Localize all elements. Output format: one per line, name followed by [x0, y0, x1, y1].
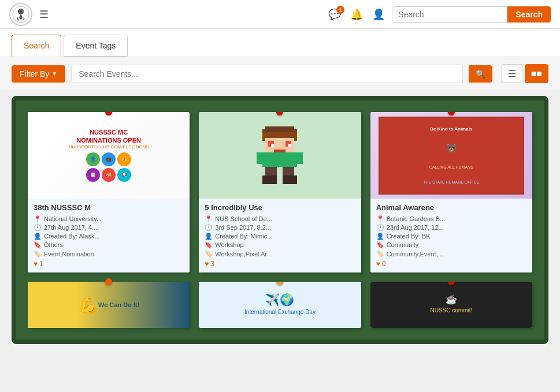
person-icon: 👤: [34, 233, 42, 240]
svg-rect-12: [257, 152, 262, 164]
location-icon: 📍: [34, 215, 42, 223]
heart-icon-3: ♥: [376, 260, 380, 268]
card-image-4: 💪 We Can Do It!: [28, 282, 190, 328]
nav-icons: 💬 1 🔔 👤: [328, 8, 385, 21]
bottom-card-1-label: We Can Do It!: [98, 301, 139, 308]
bottom-card-2-label: International Exchange Day: [242, 307, 318, 318]
view-toggle: ☰ ■■: [502, 64, 548, 83]
hamburger-icon[interactable]: ☰: [39, 8, 49, 21]
card-date-1: 🕐 27th Aug 2017, 4....: [34, 224, 184, 232]
events-board: NUSSSC MCNOMINATIONS OPEN NUSSPORTSCLUB.…: [12, 96, 548, 344]
navbar-search-input[interactable]: [392, 6, 507, 23]
svg-rect-2: [265, 126, 294, 129]
grid-view-button[interactable]: ■■: [525, 64, 548, 83]
location-icon-2: 📍: [205, 215, 213, 223]
bookmark-icon-3: 🔖: [376, 241, 384, 249]
tabs-bar: Search Event Tags: [0, 29, 560, 57]
card-tags-1: 🏷️ Event,Nomination: [34, 250, 184, 257]
card-image-6: ☕ NUSSC commit!: [370, 282, 532, 328]
search-events-input[interactable]: [71, 65, 462, 83]
card-image-5: ✈️🌍 International Exchange Day: [199, 282, 361, 328]
navbar-search-button[interactable]: Search: [507, 6, 551, 23]
card-body-3: Animal Awarene 📍 Botanic Gardens B... 🕐 …: [370, 199, 532, 272]
svg-rect-8: [271, 144, 274, 147]
messages-icon[interactable]: 💬 1: [328, 8, 341, 21]
svg-rect-16: [262, 176, 277, 184]
event-card-1[interactable]: NUSSSC MCNOMINATIONS OPEN NUSSPORTSCLUB.…: [28, 112, 190, 272]
tag-icon-3: 🏷️: [376, 250, 384, 257]
card-creator-2: 👤 Created By: Mimic...: [205, 233, 355, 240]
pixel-art: [257, 126, 303, 184]
svg-rect-10: [274, 150, 285, 152]
card-likes-1[interactable]: ♥ 1: [34, 260, 184, 268]
svg-rect-3: [262, 129, 297, 132]
event-card-6[interactable]: ☕ NUSSC commit!: [370, 282, 532, 328]
card-location-1: 📍 National University...: [34, 215, 184, 223]
site-logo[interactable]: [9, 3, 32, 26]
event-card-3[interactable]: Be Kind to Animals 🐻 CALLING ALL HUMANS …: [370, 112, 532, 272]
svg-rect-9: [288, 144, 291, 147]
card-title-1: 38th NUSSSC M: [34, 203, 184, 212]
card-title-2: 5 Incredibly Use: [205, 203, 355, 212]
card-image-3: Be Kind to Animals 🐻 CALLING ALL HUMANS …: [370, 112, 532, 199]
svg-rect-13: [297, 152, 303, 164]
notifications-icon[interactable]: 🔔: [350, 8, 363, 21]
clock-icon: 🕐: [34, 224, 42, 232]
card-likes-2[interactable]: ♥ 3: [205, 260, 355, 268]
card-creator-3: 👤 Created By: BK: [376, 233, 526, 240]
event-card-4[interactable]: 💪 We Can Do It!: [28, 282, 190, 328]
filter-by-label: Filter By: [20, 69, 49, 79]
card-tags-2: 🏷️ Workshop,Pixel Ar...: [205, 250, 355, 257]
card-creator-1: 👤 Created By: Alask...: [34, 233, 184, 240]
tab-search[interactable]: Search: [12, 35, 61, 57]
navbar-search: Search: [392, 6, 551, 23]
card-location-3: 📍 Botanic Gardens B...: [376, 215, 526, 223]
bookmark-icon-2: 🔖: [205, 241, 213, 249]
card-pin-4: [105, 278, 112, 285]
location-icon-3: 📍: [376, 215, 384, 223]
search-events-button[interactable]: 🔍: [469, 65, 492, 83]
tag-icon: 🏷️: [34, 250, 42, 257]
event-card-2[interactable]: 5 Incredibly Use 📍 NUS School of De... 🕐…: [199, 112, 361, 272]
person-icon-3: 👤: [376, 233, 384, 240]
tab-event-tags[interactable]: Event Tags: [64, 35, 128, 57]
user-icon[interactable]: 👤: [372, 8, 385, 21]
person-icon-2: 👤: [205, 233, 213, 240]
card-category-2: 🔖 Workshop: [205, 241, 355, 249]
navbar: ☰ 💬 1 🔔 👤 Search: [0, 0, 560, 29]
filter-by-button[interactable]: Filter By ▼: [12, 65, 65, 83]
card-date-3: 🕐 23rd Aug 2017, 12...: [376, 224, 526, 232]
tag-icon-2: 🏷️: [205, 250, 213, 257]
event-card-5[interactable]: ✈️🌍 International Exchange Day: [199, 282, 361, 328]
card-category-1: 🔖 Others: [34, 241, 184, 249]
card-title-3: Animal Awarene: [376, 203, 526, 212]
bottom-card-3-label: NUSSC commit!: [428, 305, 474, 316]
filter-caret-icon: ▼: [51, 70, 57, 77]
clock-icon-2: 🕐: [205, 224, 213, 232]
heart-icon-2: ♥: [205, 260, 209, 268]
filter-bar: Filter By ▼ 🔍 ☰ ■■: [0, 57, 560, 90]
card-category-3: 🔖 Community: [376, 241, 526, 249]
card-image-2: [199, 112, 361, 199]
card-body-2: 5 Incredibly Use 📍 NUS School of De... 🕐…: [199, 199, 361, 272]
svg-rect-11: [262, 152, 297, 167]
bookmark-icon: 🔖: [34, 241, 42, 249]
heart-icon: ♥: [34, 260, 38, 268]
card-tags-3: 🏷️ Community,Event,...: [376, 250, 526, 257]
card-date-2: 🕐 3rd Sep 2017, 8.2...: [205, 224, 355, 232]
list-view-button[interactable]: ☰: [502, 64, 522, 83]
card-image-1: NUSSSC MCNOMINATIONS OPEN NUSSPORTSCLUB.…: [28, 112, 190, 199]
card-body-1: 38th NUSSSC M 📍 National University... 🕐…: [28, 199, 190, 272]
svg-rect-17: [283, 176, 297, 184]
clock-icon-3: 🕐: [376, 224, 384, 232]
notification-badge: 1: [336, 6, 344, 14]
card-location-2: 📍 NUS School of De...: [205, 215, 355, 223]
svg-point-1: [18, 9, 24, 14]
card-likes-3[interactable]: ♥ 0: [376, 260, 526, 268]
